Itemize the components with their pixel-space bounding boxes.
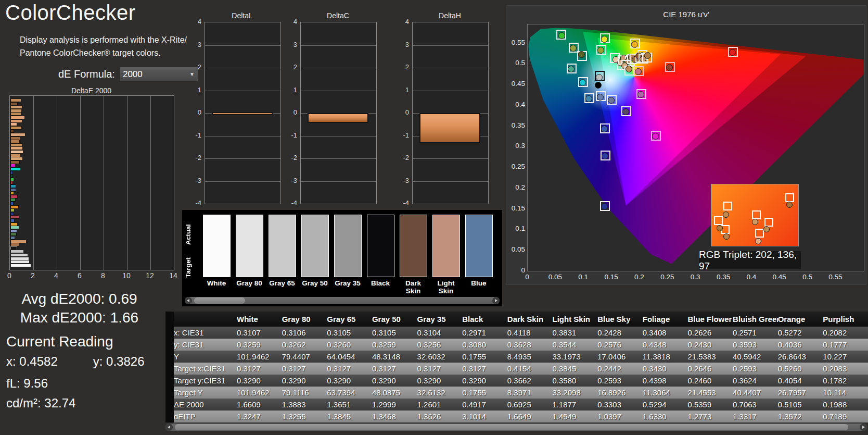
mini-chart-deltac [300, 22, 377, 204]
table-cell: 101.9462 [237, 351, 282, 363]
cie-measured-point [644, 52, 651, 59]
color-swatch-gray-80 [236, 215, 263, 277]
table-cell: 1.3883 [282, 399, 327, 411]
table-cell: 26.7957 [778, 387, 823, 399]
column-header: Blue Flower [687, 312, 733, 327]
swatch-label: Gray 35 [331, 279, 364, 287]
row-strip [165, 375, 174, 387]
cie-measured-point [608, 97, 615, 104]
rgb-triplet-label: RGB Triplet: 202, 136, 97 [699, 251, 801, 269]
gridline [205, 136, 280, 136]
gridline [413, 45, 488, 46]
table-scroll-right-button[interactable] [860, 424, 867, 431]
y-tick-label: 2 [397, 63, 409, 71]
table-cell: 0.2571 [733, 327, 778, 339]
scroll-right-button[interactable] [492, 297, 500, 304]
table-cell: 1.2999 [372, 399, 417, 411]
table-cell: 0.2083 [823, 363, 868, 375]
table-cell: 1.4549 [553, 411, 598, 422]
cie-x-tick-label: 0.5 [802, 273, 812, 281]
delta-bar [212, 112, 273, 115]
column-header: Gray 80 [282, 312, 327, 327]
table-cell: 0.2593 [733, 363, 778, 375]
table-cell: 0.3106 [282, 327, 327, 339]
table-cell: 0.3408 [643, 327, 688, 339]
table-cell: 0.6925 [507, 399, 553, 411]
table-cell: 0.4036 [778, 339, 823, 351]
inset-target-square [723, 202, 732, 210]
table-row: Y101.946279.440764.045448.314832.60320.1… [165, 351, 868, 363]
table-cell: 0.1755 [462, 387, 507, 399]
table-cell: 0.3105 [372, 327, 417, 339]
color-swatch-gray-35 [334, 215, 362, 277]
gridline [205, 45, 280, 46]
y-tick-label: 0 [397, 108, 409, 116]
cie-x-tick-label: 0.4 [746, 273, 756, 281]
table-cell: 0.5260 [778, 363, 823, 375]
scrollbar-thumb[interactable] [194, 297, 245, 304]
table-scroll-left-button[interactable] [165, 424, 173, 431]
row-strip [165, 351, 174, 363]
de-formula-dropdown[interactable]: 2000 ▼ [119, 67, 198, 82]
column-header: Black [462, 312, 507, 327]
inset-measured-point [752, 219, 758, 225]
table-cell: 0.2593 [597, 375, 643, 387]
table-cell: 0.2430 [687, 339, 733, 351]
table-cell: 0.3127 [417, 363, 463, 375]
table-cell: 64.0454 [327, 351, 372, 363]
table-row: x: CIE310.31070.31060.31050.31050.31040.… [165, 327, 868, 339]
swatch-scrollbar[interactable] [185, 297, 500, 304]
row-label: Target y:CIE31 [174, 375, 237, 387]
table-cell: 0.2971 [462, 327, 507, 339]
table-cell: 8.4935 [507, 351, 553, 363]
table-cell: 0.3127 [237, 363, 282, 375]
cie-y-tick-label: 0.55 [507, 39, 525, 46]
column-header: Bluish Green [733, 312, 778, 327]
mini-chart-deltah [412, 22, 489, 204]
cie-y-tick-label: 0.45 [507, 80, 525, 88]
gridline [127, 96, 127, 270]
table-cell: 101.9462 [237, 387, 282, 399]
y-tick-label: -3 [285, 177, 297, 184]
table-cell: 0.4154 [507, 363, 553, 375]
deltae-chart-title: DeltaE 2000 [9, 86, 173, 95]
table-cell: 1.2773 [687, 411, 733, 422]
cie-measured-point [558, 32, 565, 39]
table-cell: 63.7394 [327, 387, 372, 399]
cie-y-tick-label: 0.5 [507, 59, 525, 67]
table-cell: 0.3259 [237, 339, 282, 351]
actual-row-label: Actual [184, 217, 193, 252]
mini-chart-deltal [205, 22, 281, 204]
table-cell: 33.2098 [553, 387, 598, 399]
table-cell: 0.7189 [823, 411, 868, 422]
scroll-left-button[interactable] [185, 297, 192, 304]
deltae-chart [9, 95, 174, 270]
gridline [413, 68, 488, 68]
table-scrollbar[interactable] [165, 424, 867, 431]
table-cell: 0.5294 [643, 399, 688, 411]
inset-target-square [785, 193, 794, 202]
y-tick-label: -4 [397, 199, 409, 207]
row-label: dEITP [174, 411, 237, 422]
cie-x-tick-label: 0.1 [578, 273, 588, 281]
deltae-bar [10, 264, 31, 267]
mini-chart-title: DeltaH [412, 11, 488, 20]
table-cell: 0.3107 [237, 327, 282, 339]
y-tick-label: 3 [397, 41, 409, 48]
inset-target-square [755, 229, 764, 238]
cie-x-tick-label: 0.3 [691, 273, 700, 281]
y-tick-label: 4 [285, 18, 297, 26]
x-tick-label: 4 [54, 271, 58, 280]
table-cell: 0.3544 [553, 339, 598, 351]
gridline [301, 91, 376, 91]
max-de2000: Max dE2000: 1.66 [0, 309, 159, 326]
column-header: Purplish [823, 312, 868, 327]
column-header: Foliage [643, 312, 688, 327]
table-cell: 1.3845 [327, 411, 372, 422]
table-scrollbar-thumb[interactable] [175, 424, 848, 430]
table-cell: 1.3572 [778, 411, 823, 422]
table-row: Target y:CIE310.32900.32900.32900.32900.… [165, 375, 868, 387]
gridline [205, 91, 280, 91]
gridline [33, 96, 34, 270]
cie-diagram [527, 24, 864, 271]
